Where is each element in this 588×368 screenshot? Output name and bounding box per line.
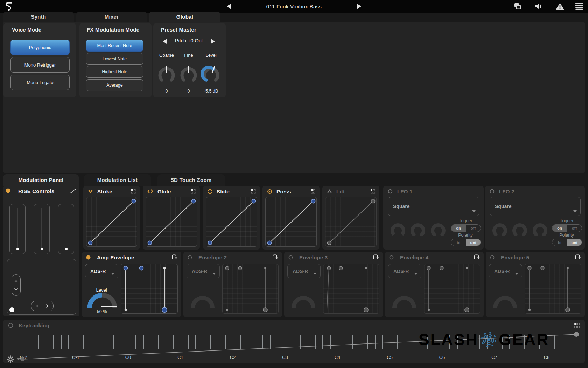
most-recent-note-button[interactable]: Most Recent Note xyxy=(86,40,144,52)
warning-icon[interactable] xyxy=(555,2,565,12)
tab-global[interactable]: Global xyxy=(149,12,220,22)
lfo2-knob-2[interactable] xyxy=(511,222,529,240)
lowest-note-button[interactable]: Lowest Note xyxy=(86,53,144,65)
fine-knob[interactable] xyxy=(179,66,198,85)
loop-icon[interactable] xyxy=(272,254,278,261)
mono-legato-button[interactable]: Mono Legato xyxy=(10,75,70,90)
coarse-knob[interactable] xyxy=(157,66,176,85)
lift-curve-graph[interactable] xyxy=(325,197,377,247)
polarity-uni-option[interactable]: uni xyxy=(466,239,481,246)
tab-modulation-panel[interactable]: Modulation Panel xyxy=(3,174,79,186)
rise-slider-3[interactable] xyxy=(58,204,74,254)
routing-grid-icon[interactable] xyxy=(191,189,196,194)
preset-name[interactable]: 011 Funk Voxbox Bass xyxy=(0,0,588,13)
key-tick xyxy=(293,335,293,349)
env2-mode-dropdown[interactable]: ADS-R xyxy=(187,264,220,278)
env-inactive-dot[interactable] xyxy=(188,255,192,260)
env4-graph[interactable] xyxy=(424,264,480,314)
env5-mode-dropdown[interactable]: ADS-R xyxy=(489,264,522,278)
average-button[interactable]: Average xyxy=(86,79,144,91)
menu-icon[interactable] xyxy=(575,2,584,12)
envelope3-panel: Envelope 3 ADS-R xyxy=(284,252,383,317)
env-inactive-dot[interactable] xyxy=(490,255,495,260)
polarity-bi-option[interactable]: bi xyxy=(451,239,466,246)
lfo2-wave-value: Square xyxy=(495,204,511,209)
trigger-on-option[interactable]: on xyxy=(451,225,466,232)
lfo2-wave-dropdown[interactable]: Square xyxy=(490,197,581,216)
lfo1-trigger-toggle[interactable]: on off xyxy=(451,224,481,232)
loop-icon[interactable] xyxy=(372,254,379,261)
rise-xy-pad[interactable] xyxy=(7,259,76,315)
caret-down-icon xyxy=(515,273,518,275)
rise-slider-2[interactable] xyxy=(34,204,50,254)
trigger-on-option[interactable]: on xyxy=(552,225,567,232)
rise-active-dot[interactable] xyxy=(6,188,10,193)
polarity-uni-option[interactable]: uni xyxy=(567,239,582,246)
env3-mode-dropdown[interactable]: ADS-R xyxy=(287,264,321,278)
loop-icon[interactable] xyxy=(473,254,480,261)
pitch-prev-icon[interactable] xyxy=(163,39,167,44)
level-knob[interactable] xyxy=(201,66,221,85)
slider-handle[interactable] xyxy=(41,248,43,250)
tab-modulation-list[interactable]: Modulation List xyxy=(84,174,151,186)
env3-level-knob[interactable] xyxy=(290,294,317,308)
env3-graph[interactable] xyxy=(323,264,379,314)
rise-slider-1[interactable] xyxy=(9,204,26,254)
move-icon[interactable] xyxy=(70,188,76,196)
lfo1-polarity-toggle[interactable]: bi uni xyxy=(451,239,481,246)
env-inactive-dot[interactable] xyxy=(389,255,394,260)
polarity-bi-option[interactable]: bi xyxy=(552,239,567,246)
lfo2-trigger-toggle[interactable]: on off xyxy=(552,224,582,232)
lfo1-knob-2[interactable] xyxy=(409,222,427,240)
env2-graph[interactable] xyxy=(222,264,279,314)
xy-pad-cursor[interactable] xyxy=(9,307,14,312)
routing-grid-icon[interactable] xyxy=(370,189,375,194)
polyphonic-button[interactable]: Polyphonic xyxy=(10,40,70,55)
tab-5d-touch-zoom[interactable]: 5D Touch Zoom xyxy=(158,174,225,186)
volume-icon[interactable] xyxy=(534,2,543,12)
env4-level-knob[interactable] xyxy=(391,294,418,308)
glide-curve-graph[interactable] xyxy=(146,197,197,247)
lfo-icon xyxy=(490,189,495,194)
pitch-next-icon[interactable] xyxy=(211,39,215,44)
press-curve-graph[interactable] xyxy=(265,197,317,247)
routing-grid-icon[interactable] xyxy=(251,189,256,194)
slide-curve-graph[interactable] xyxy=(206,197,257,247)
trigger-off-option[interactable]: off xyxy=(567,225,582,232)
env5-graph[interactable] xyxy=(525,264,581,314)
strike-curve-graph[interactable] xyxy=(86,197,137,247)
slider-handle[interactable] xyxy=(65,248,68,250)
loop-icon[interactable] xyxy=(171,254,177,261)
keytracking-expand-icon[interactable] xyxy=(17,358,20,360)
env-inactive-dot[interactable] xyxy=(288,255,293,260)
loop-icon[interactable] xyxy=(574,254,581,261)
slider-handle[interactable] xyxy=(16,248,19,250)
amp-env-graph[interactable] xyxy=(121,264,178,314)
amp-envelope-title: Amp Envelope xyxy=(97,254,134,260)
lfo2-knob-3[interactable] xyxy=(531,222,549,240)
env-active-dot[interactable] xyxy=(86,255,91,260)
env2-level-knob[interactable] xyxy=(189,294,216,308)
windows-icon[interactable] xyxy=(513,2,522,12)
highest-note-button[interactable]: Highest Note xyxy=(86,66,144,78)
preset-next-icon[interactable] xyxy=(357,4,361,9)
keytracking-ruler[interactable]: C-2C-1C0C1C2C3C4C5C6C7C8 xyxy=(3,320,585,363)
y-nudge-control[interactable] xyxy=(12,274,21,296)
top-bar: 011 Funk Voxbox Bass xyxy=(0,0,588,13)
env5-level-knob[interactable] xyxy=(492,294,518,308)
x-nudge-control[interactable] xyxy=(31,301,54,311)
env4-mode-dropdown[interactable]: ADS-R xyxy=(388,264,421,278)
lfo1-knob-3[interactable] xyxy=(429,222,447,240)
routing-grid-icon[interactable] xyxy=(131,189,136,194)
trigger-off-option[interactable]: off xyxy=(466,225,481,232)
amp-env-mode-dropdown[interactable]: ADS-R xyxy=(85,264,118,278)
mono-retrigger-button[interactable]: Mono Retrigger xyxy=(10,57,70,73)
tab-mixer[interactable]: Mixer xyxy=(76,12,147,22)
lfo2-knob-1[interactable] xyxy=(491,222,509,240)
routing-grid-icon[interactable] xyxy=(310,189,315,194)
tab-synth[interactable]: Synth xyxy=(3,12,74,22)
keytracking-settings-icon[interactable] xyxy=(7,355,14,364)
lfo2-polarity-toggle[interactable]: bi uni xyxy=(552,239,582,246)
lfo1-wave-dropdown[interactable]: Square xyxy=(388,197,479,216)
lfo1-knob-1[interactable] xyxy=(389,222,407,240)
